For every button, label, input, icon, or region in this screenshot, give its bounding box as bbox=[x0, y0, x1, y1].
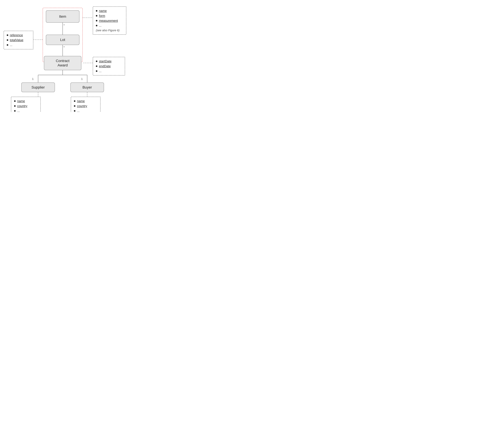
buyer-attr-ellipsis: ... bbox=[74, 109, 97, 112]
supplier-attr-ellipsis: ... bbox=[14, 109, 38, 112]
item-attr-form: form bbox=[96, 14, 123, 17]
contract-award-node: Contract Award bbox=[44, 56, 81, 70]
item-attr-name: name bbox=[96, 9, 123, 13]
item-attr-ellipsis: ... bbox=[96, 24, 123, 27]
lot-node: Lot bbox=[46, 35, 79, 45]
lot-attributes-box: reference totalValue ... bbox=[4, 31, 33, 49]
contract-award-attributes-box: startDate endDate ... bbox=[93, 57, 125, 76]
supplier-multiplicity: 1 bbox=[32, 77, 33, 81]
supplier-attr-country: country bbox=[14, 104, 38, 108]
lot-contractaward-multiplicity: * bbox=[63, 46, 65, 49]
buyer-multiplicity: 1 bbox=[81, 77, 83, 81]
item-see-also: (see also Figure 6) bbox=[96, 29, 123, 32]
supplier-attr-name: name bbox=[14, 99, 38, 103]
supplier-node: Supplier bbox=[21, 82, 55, 92]
item-lot-multiplicity: * bbox=[63, 24, 65, 27]
lot-attr-ellipsis: ... bbox=[7, 43, 30, 47]
item-attributes-box: name form measurement ... (see also Figu… bbox=[93, 6, 126, 35]
lot-attr-reference: reference bbox=[7, 33, 30, 37]
buyer-attr-name: name bbox=[74, 99, 97, 103]
item-attr-measurement: measurement bbox=[96, 19, 123, 22]
lot-attr-totalvalue: totalValue bbox=[7, 38, 30, 42]
item-node: Item bbox=[46, 10, 79, 23]
ca-attr-startdate: startDate bbox=[96, 60, 122, 63]
buyer-node: Buyer bbox=[70, 82, 104, 92]
ca-attr-enddate: endDate bbox=[96, 64, 122, 68]
ca-attr-ellipsis: ... bbox=[96, 69, 122, 73]
diagram-container: Item * Lot * Contract Award Supplier Buy… bbox=[0, 0, 145, 112]
supplier-attributes-box: name country ... bbox=[11, 97, 41, 112]
buyer-attributes-box: name country ... bbox=[71, 97, 100, 112]
buyer-attr-country: country bbox=[74, 104, 97, 108]
